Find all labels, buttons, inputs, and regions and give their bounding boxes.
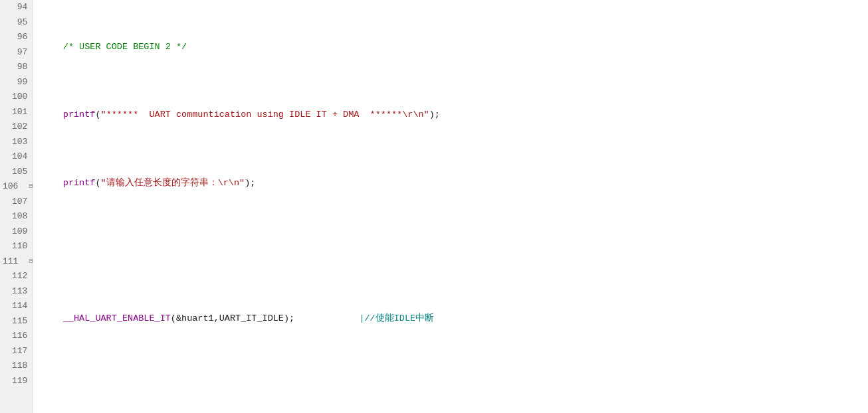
code-line-96: printf("请输入任意长度的字符串：\r\n"); [41,176,868,191]
line-num-105: 105 [3,165,27,180]
code-line-99 [41,380,868,395]
code-line-94: /* USER CODE BEGIN 2 */ [41,40,868,55]
line-num-117: 117 [3,344,27,359]
line-num-108: 108 [3,209,27,224]
line-num-107: 107 [3,195,27,210]
line-num-104: 104 [3,149,27,165]
line-num-113: 113 [3,284,27,299]
line-num-101: 101 [3,105,27,120]
line-num-94: 94 [3,0,27,15]
line-num-98: 98 [3,60,27,75]
line-num-109: 109 [3,224,27,240]
line-num-118: 118 [3,359,27,374]
code-line-98: __HAL_UART_ENABLE_IT(&huart1,UART_IT_IDL… [41,311,868,327]
code-line-97 [41,244,868,259]
line-num-110: 110 [3,239,27,254]
line-num-100: 100 [3,90,27,105]
line-num-95: 95 [3,15,27,31]
code-area[interactable]: /* USER CODE BEGIN 2 */ printf("****** U… [33,0,868,413]
line-num-102: 102 [3,120,27,135]
code-editor: 94 95 96 97 98 99 100 101 102 103 104 10… [0,0,868,413]
line-num-111[interactable]: 111 [3,254,27,270]
code-line-95: printf("****** UART communtication using… [41,108,868,123]
line-num-112: 112 [3,269,27,284]
line-num-103: 103 [3,135,27,150]
line-num-96: 96 [3,30,27,45]
line-numbers: 94 95 96 97 98 99 100 101 102 103 104 10… [0,0,33,413]
line-num-119: 119 [3,374,27,389]
line-num-97: 97 [3,45,27,60]
line-num-116: 116 [3,329,27,344]
line-num-99: 99 [3,75,27,90]
line-num-114: 114 [3,299,27,314]
line-num-115: 115 [3,314,27,329]
line-num-106[interactable]: 106 [3,179,27,195]
